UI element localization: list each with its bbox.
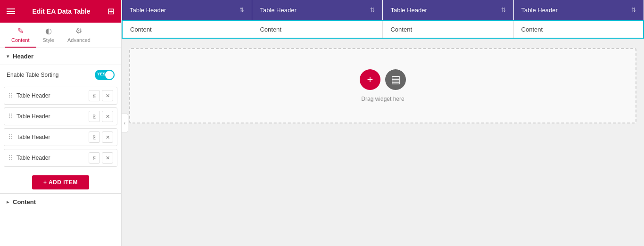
content-chevron-icon: ▸ xyxy=(7,199,9,205)
enable-sorting-row: Enable Table Sorting YES xyxy=(0,65,121,85)
list-item: ⠿ Table Header ⎘ ✕ xyxy=(4,149,117,167)
table-cell: Content xyxy=(122,21,252,38)
table-row: Content Content Content Content xyxy=(122,21,644,38)
content-tab-label: Content xyxy=(11,37,30,43)
drop-zone-label: Drag widget here xyxy=(361,96,404,102)
data-table: Table Header ⇅ Table Header ⇅ Table Head… xyxy=(122,0,644,39)
toggle-thumb xyxy=(105,71,114,79)
add-widget-button[interactable]: + xyxy=(360,69,380,90)
sidebar-title: Edit EA Data Table xyxy=(33,8,91,15)
content-section-toggle[interactable]: ▸ Content xyxy=(7,198,115,205)
sidebar-header: Edit EA Data Table ⊞ xyxy=(0,0,121,23)
header-items-list: ⠿ Table Header ⎘ ✕ ⠿ Table Header ⎘ ✕ ⠿ … xyxy=(0,85,121,172)
header-chevron-icon: ▾ xyxy=(7,54,9,59)
drop-zone-buttons: + ▤ xyxy=(360,69,406,90)
drag-handle-icon[interactable]: ⠿ xyxy=(8,154,13,162)
table-header-cell[interactable]: Table Header ⇅ xyxy=(252,0,383,21)
style-tab-icon: ◐ xyxy=(45,26,52,35)
collapse-handle[interactable]: ‹ xyxy=(122,114,128,132)
hamburger-icon[interactable] xyxy=(7,8,15,14)
content-tab-icon: ✎ xyxy=(17,26,24,35)
item-label: Table Header xyxy=(17,155,89,161)
advanced-tab-label: Advanced xyxy=(67,37,91,43)
header-cell-label: Table Header xyxy=(390,7,427,14)
drop-zone: + ▤ Drag widget here xyxy=(129,48,636,123)
sidebar-content: ▾ Header Enable Table Sorting YES ⠿ Tabl… xyxy=(0,48,121,246)
table-header-cell[interactable]: Table Header ⇅ xyxy=(513,0,644,21)
remove-item-button[interactable]: ✕ xyxy=(102,131,113,143)
content-section-label: Content xyxy=(13,198,36,205)
table-header-cell[interactable]: Table Header ⇅ xyxy=(383,0,513,21)
sort-icon: ⇅ xyxy=(239,7,244,13)
list-item: ⠿ Table Header ⎘ ✕ xyxy=(4,87,117,105)
header-section-label: Header xyxy=(13,53,33,60)
tab-content[interactable]: ✎ Content xyxy=(5,23,36,48)
copy-item-button[interactable]: ⎘ xyxy=(89,111,100,122)
header-cell-label: Table Header xyxy=(521,7,558,14)
item-label: Table Header xyxy=(17,92,89,99)
item-actions: ⎘ ✕ xyxy=(89,111,113,122)
sort-icon: ⇅ xyxy=(501,7,506,13)
add-item-button[interactable]: + ADD ITEM xyxy=(32,175,89,189)
sort-icon: ⇅ xyxy=(370,7,375,13)
item-actions: ⎘ ✕ xyxy=(89,152,113,164)
drag-handle-icon[interactable]: ⠿ xyxy=(8,92,13,99)
sidebar-tabs: ✎ Content ◐ Style ⚙ Advanced xyxy=(0,23,121,48)
table-header-cell[interactable]: Table Header ⇅ xyxy=(122,0,252,21)
sort-icon: ⇅ xyxy=(631,7,636,13)
enable-sorting-toggle[interactable]: YES xyxy=(95,70,115,80)
remove-item-button[interactable]: ✕ xyxy=(102,111,113,122)
folder-widget-button[interactable]: ▤ xyxy=(385,69,406,90)
header-section-toggle[interactable]: ▾ Header xyxy=(0,48,121,65)
table-cell: Content xyxy=(513,21,644,38)
style-tab-label: Style xyxy=(43,37,54,43)
header-cell-label: Table Header xyxy=(260,7,296,14)
item-label: Table Header xyxy=(17,134,89,140)
copy-item-button[interactable]: ⎘ xyxy=(89,152,100,164)
content-section: ▸ Content xyxy=(0,193,121,210)
drag-handle-icon[interactable]: ⠿ xyxy=(8,133,13,141)
table-cell: Content xyxy=(383,21,513,38)
item-actions: ⎘ ✕ xyxy=(89,131,113,143)
table-body: Content Content Content Content xyxy=(122,21,644,38)
tab-style[interactable]: ◐ Style xyxy=(36,23,61,48)
table-cell: Content xyxy=(252,21,383,38)
main-area: ‹ Table Header ⇅ Table Header ⇅ Table He… xyxy=(122,0,644,246)
sidebar: Edit EA Data Table ⊞ ✎ Content ◐ Style ⚙… xyxy=(0,0,122,246)
drag-handle-icon[interactable]: ⠿ xyxy=(8,113,13,120)
list-item: ⠿ Table Header ⎘ ✕ xyxy=(4,107,117,125)
grid-icon[interactable]: ⊞ xyxy=(107,6,115,16)
header-cell-label: Table Header xyxy=(130,7,166,14)
copy-item-button[interactable]: ⎘ xyxy=(89,90,100,101)
advanced-tab-icon: ⚙ xyxy=(75,26,82,35)
list-item: ⠿ Table Header ⎘ ✕ xyxy=(4,128,117,146)
table-header: Table Header ⇅ Table Header ⇅ Table Head… xyxy=(122,0,644,21)
enable-sorting-label: Enable Table Sorting xyxy=(7,72,59,78)
copy-item-button[interactable]: ⎘ xyxy=(89,131,100,143)
toggle-yes-label: YES xyxy=(97,72,106,76)
item-actions: ⎘ ✕ xyxy=(89,90,113,101)
tab-advanced[interactable]: ⚙ Advanced xyxy=(61,23,97,48)
remove-item-button[interactable]: ✕ xyxy=(102,152,113,164)
item-label: Table Header xyxy=(17,113,89,120)
remove-item-button[interactable]: ✕ xyxy=(102,90,113,101)
